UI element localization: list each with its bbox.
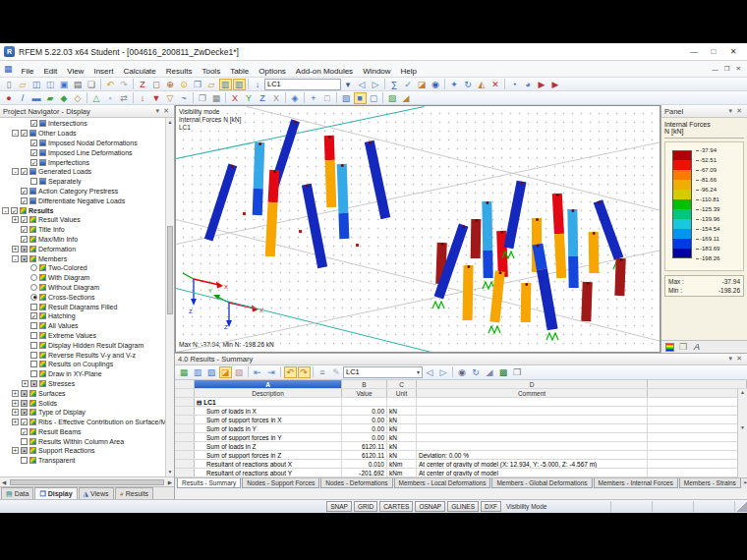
table-group-row[interactable]: ⊟ LC1 [175, 398, 747, 407]
member-column-13[interactable] [482, 201, 492, 278]
redo-icon[interactable]: ↷ [118, 79, 131, 90]
menu-options[interactable]: Options [254, 67, 291, 76]
calculate-all-icon[interactable]: ∑ [388, 79, 401, 90]
tree-item-results[interactable]: -✓Results [0, 205, 165, 215]
navigator-tab-data[interactable]: ▤Data [1, 487, 33, 499]
menu-table[interactable]: Table [225, 67, 254, 76]
checkbox-unchecked[interactable] [30, 178, 37, 185]
checkbox-checked[interactable]: ✓ [21, 168, 28, 175]
table-row[interactable]: Sum of support forces in Y0.00kN [175, 433, 747, 442]
zoom-window-icon[interactable]: ◻ [150, 79, 163, 90]
row-mode-icon[interactable]: ≡ [316, 366, 329, 378]
tree-item-separately[interactable]: Separately [0, 177, 165, 187]
checkbox-unchecked[interactable] [30, 361, 37, 367]
member-column-15[interactable] [504, 180, 527, 249]
table-tab-members-strains[interactable]: Members - Strains [679, 478, 741, 488]
node-marker[interactable] [356, 244, 359, 247]
tree-item-result-values[interactable]: +✓Result Values [0, 215, 165, 225]
status-toggle-glines[interactable]: GLINES [447, 501, 479, 512]
minimize-icon[interactable]: — [684, 45, 704, 59]
isometric-view-icon[interactable]: ◈ [289, 92, 302, 104]
menu-window[interactable]: Window [358, 67, 395, 76]
table-row[interactable]: Resultant of reactions about X0.010kNmAt… [175, 460, 747, 469]
panel-options-icon[interactable]: ❒ [677, 341, 690, 353]
checkbox-partial[interactable]: ▪ [21, 409, 28, 416]
table-row[interactable]: Sum of loads in Z6120.11kN [175, 442, 747, 451]
tree-item-result-diagrams-filled[interactable]: Result Diagrams Filled [0, 302, 165, 311]
tree-item-without-diagram[interactable]: Without Diagram [0, 283, 165, 293]
tree-item-draw-in-xy-plane[interactable]: Draw in XY-Plane [0, 369, 165, 379]
checkbox-checked[interactable]: ✓ [21, 197, 28, 204]
search-icon[interactable]: ◉ [456, 366, 469, 378]
chart-icon[interactable]: ◢ [484, 366, 496, 378]
render-icon[interactable]: ⊙ [178, 79, 191, 90]
checkbox-checked[interactable]: ✓ [21, 419, 28, 425]
show-tables-icon[interactable]: ▥ [219, 79, 232, 90]
dock-close-icon[interactable]: ✕ [161, 107, 171, 115]
mdi-document-icon[interactable]: ▦ [4, 64, 13, 74]
support-tool-icon[interactable]: △ [90, 92, 103, 104]
copy-icon[interactable]: ❐ [197, 92, 209, 104]
surface-load-icon[interactable]: ▽ [164, 92, 177, 104]
close-icon[interactable]: ✕ [723, 45, 743, 59]
table-row[interactable]: Sum of support forces in X0.00kN [175, 416, 747, 424]
menu-insert[interactable]: Insert [88, 67, 118, 76]
menu-add-on-modules[interactable]: Add-on Modules [291, 67, 358, 76]
nodal-load-icon[interactable]: ↓ [137, 92, 149, 104]
scroll-up-icon[interactable]: ▲ [166, 118, 174, 127]
results-grid[interactable]: ▲▼ ABCDDescriptionValueUnitComment⊟ LC1S… [175, 380, 747, 477]
result-diagram-icon[interactable]: ◢ [400, 92, 413, 104]
navigator-tab-views[interactable]: ◮Views [79, 487, 114, 499]
excel-export-icon[interactable]: ▩ [497, 366, 510, 378]
tree-item-members[interactable]: -▪Members [0, 253, 165, 263]
opening-tool-icon[interactable]: ◇ [72, 92, 85, 104]
dock-pin-icon[interactable]: ▾ [154, 107, 162, 115]
table-row[interactable]: Sum of loads in Y0.00kN [175, 424, 747, 433]
tree-item-cross-sections[interactable]: Cross-Sections [0, 292, 165, 302]
checkbox-checked[interactable]: ✓ [30, 120, 37, 127]
navigator-horizontal-scrollbar[interactable]: ◀ ▶ [0, 476, 174, 486]
member-column-6[interactable] [302, 184, 327, 268]
tree-item-solids[interactable]: +▪Solids [0, 398, 165, 408]
scroll-right-icon[interactable]: ▶ [166, 479, 174, 485]
zoom-icon[interactable]: ⊕ [164, 79, 177, 90]
table-view-icon[interactable]: ▧ [205, 366, 218, 378]
menu-edit[interactable]: Edit [38, 67, 62, 76]
dock-close-icon[interactable]: ✕ [734, 107, 744, 115]
checkbox-checked[interactable]: ✓ [11, 207, 18, 214]
tree-item-two-colored[interactable]: Two-Colored [0, 263, 165, 273]
combo-dropdown-icon[interactable]: ▾ [417, 368, 420, 375]
results-toggle-icon[interactable]: ◪ [416, 79, 429, 90]
status-toggle-cartes[interactable]: CARTES [379, 501, 413, 512]
case-prev-icon[interactable]: ◁ [424, 366, 436, 378]
checkbox-checked[interactable]: ✓ [30, 140, 37, 146]
member-column-23[interactable] [589, 232, 600, 273]
tree-item-support-reactions[interactable]: +▪Support Reactions [0, 446, 165, 456]
tree-item-imposed-nodal-deformations[interactable]: ✓Imposed Nodal Deformations [0, 139, 165, 148]
member-column-25[interactable] [614, 258, 625, 296]
tree-item-imposed-line-deformations[interactable]: ✓Imposed Line Deformations [0, 147, 165, 157]
color-scale-icon[interactable] [665, 343, 674, 352]
tree-item-deformation[interactable]: +▪Deformation [0, 244, 165, 253]
radio-unselected[interactable] [30, 264, 37, 271]
table-vertical-scrollbar[interactable]: ▲▼ [737, 389, 747, 477]
load-case-icon[interactable]: ↓ [252, 79, 264, 90]
dock-pin-icon[interactable]: ▾ [727, 107, 735, 115]
display-properties-icon[interactable]: ▧ [340, 92, 353, 104]
navigator-tab-display[interactable]: ❐Display [34, 487, 77, 499]
print-report-icon[interactable]: ▶ [536, 79, 548, 90]
member-load-icon[interactable]: ▼ [150, 92, 163, 104]
column-header-B[interactable]: B [342, 380, 387, 388]
tree-item-display-hidden-result-diagram[interactable]: Display Hidden Result Diagram [0, 340, 165, 350]
checkbox-unchecked[interactable] [30, 352, 37, 359]
mirror-tool-icon[interactable]: ◭ [476, 79, 488, 90]
imperfection-icon[interactable]: ~ [178, 92, 191, 104]
array-icon[interactable]: ▦ [210, 92, 223, 104]
edit-load-case-icon[interactable]: Z [137, 79, 149, 90]
checkbox-unchecked[interactable] [30, 370, 37, 377]
node-marker[interactable] [299, 230, 302, 233]
view-minus-x-icon[interactable]: X [270, 92, 283, 104]
menu-file[interactable]: File [17, 67, 39, 76]
prev-load-case-icon[interactable]: ◁ [356, 79, 369, 90]
checkbox-checked[interactable]: ✓ [21, 130, 28, 137]
